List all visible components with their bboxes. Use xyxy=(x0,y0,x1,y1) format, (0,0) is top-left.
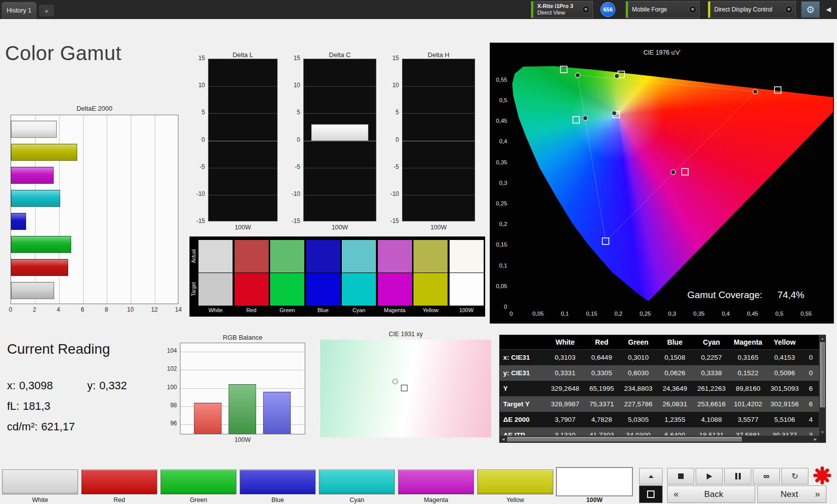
pattern-button-yellow[interactable] xyxy=(477,469,553,494)
play-button[interactable] xyxy=(696,468,723,484)
pattern-label-cyan: Cyan xyxy=(319,496,395,503)
pattern-label-yellow: Yellow xyxy=(477,496,553,503)
table-cell: 0,6030 xyxy=(620,369,657,377)
pause-button[interactable] xyxy=(724,468,751,484)
axis-tick-label: -5 xyxy=(199,163,205,170)
tab-history-1[interactable]: History 1 xyxy=(2,2,37,19)
scroll-left-icon[interactable]: ◀ xyxy=(500,436,507,442)
column-header: Cyan xyxy=(693,338,730,346)
scrollbar-thumb[interactable] xyxy=(820,342,825,407)
column-header: White xyxy=(547,338,583,346)
delta-gridline xyxy=(208,86,277,87)
pattern-button-red[interactable] xyxy=(81,469,157,494)
pattern-button-100w[interactable] xyxy=(556,467,633,496)
table-cell: 0,2257 xyxy=(693,354,730,361)
delta-gridline xyxy=(304,168,376,168)
reading-fl-value: 181,3 xyxy=(23,400,50,412)
scrollbar-thumb[interactable] xyxy=(507,437,742,441)
back-button[interactable]: « Back xyxy=(667,485,755,503)
table-cell: 227,5786 xyxy=(620,400,657,408)
axis-tick-label: -5 xyxy=(295,163,300,170)
pattern-button-magenta[interactable] xyxy=(398,469,474,494)
table-vertical-scrollbar[interactable]: ▲ ▼ xyxy=(819,335,825,435)
pattern-button-white[interactable] xyxy=(2,469,78,494)
axis-tick-label: 0,25 xyxy=(636,311,656,317)
axis-tick-label: -10 xyxy=(196,190,205,197)
axis-tick-label: 0 xyxy=(297,136,300,143)
axis-tick-label: 0,4 xyxy=(716,311,736,317)
collapse-panel-icon[interactable]: ◀ xyxy=(826,6,831,13)
row-label: y: CIE31 xyxy=(500,369,547,377)
scroll-right-icon[interactable]: ▶ xyxy=(812,436,819,442)
next-button[interactable]: Next » xyxy=(757,485,826,503)
swatch-actual-yellow xyxy=(413,240,448,273)
measurement-count-badge[interactable]: 656 xyxy=(600,2,615,17)
axis-tick-label: 10 xyxy=(294,82,300,89)
gamut-coverage-value: 74,4% xyxy=(777,290,804,300)
meter-text: X-Rite i1Pro 3 Direct View xyxy=(537,3,573,16)
pattern-button-green[interactable] xyxy=(160,469,237,494)
source-dropdown[interactable]: Mobile Forge xyxy=(625,1,700,18)
chevron-down-icon xyxy=(582,6,590,14)
table-cell: 5,0305 xyxy=(620,416,657,423)
reading-x: x:0,3098 xyxy=(7,379,53,392)
axis-tick-label: -15 xyxy=(292,217,300,224)
display-control-dropdown[interactable]: Direct Display Control xyxy=(708,1,796,18)
swatch-label: Blue xyxy=(306,307,340,313)
delta-gridline xyxy=(208,113,277,114)
axis-tick-label: 4 xyxy=(54,306,64,313)
table-header-row: WhiteRedGreenBlueCyanMagentaYellow xyxy=(500,335,819,350)
swatch-comparison-strip: Actual Target WhiteRedGreenBlueCyanMagen… xyxy=(189,236,485,317)
top-toolbar: History 1 + X-Rite i1Pro 3 Direct View 6… xyxy=(0,0,837,19)
rgb-bar-blue xyxy=(263,392,291,434)
reading-y-value: 0,332 xyxy=(99,379,127,392)
settings-button[interactable]: ⚙ xyxy=(801,1,820,18)
swatch-target-green xyxy=(270,273,304,306)
deltae-gridline xyxy=(107,115,107,304)
axis-tick-label: 14 xyxy=(173,306,183,313)
delta-gridline xyxy=(402,141,475,141)
swatch-actual-green xyxy=(270,240,304,273)
measurement-table: WhiteRedGreenBlueCyanMagentaYellowx: CIE… xyxy=(499,335,826,443)
delta-gridline xyxy=(304,86,376,87)
meter-dropdown[interactable]: X-Rite i1Pro 3 Direct View xyxy=(531,1,593,18)
pattern-button-cyan[interactable] xyxy=(319,469,395,494)
pattern-button-blue[interactable] xyxy=(240,469,316,494)
display-window-button[interactable] xyxy=(639,485,663,503)
rgb-balance-x-label: 100W xyxy=(180,436,305,443)
collapse-pattern-row-button[interactable] xyxy=(639,468,663,484)
target-marker-green xyxy=(560,66,567,73)
continuous-measure-button[interactable]: ∞ xyxy=(753,468,780,484)
add-tab-button[interactable]: + xyxy=(39,5,54,17)
gear-icon: ⚙ xyxy=(806,4,814,16)
table-horizontal-scrollbar[interactable]: ◀ ▶ xyxy=(500,435,819,442)
pattern-label-green: Green xyxy=(160,496,237,503)
scroll-up-icon[interactable]: ▲ xyxy=(819,335,825,342)
cie1976-panel: CIE 1976 u'v' 0,550,50,450,40,350,30,250… xyxy=(490,43,834,324)
target-marker-red xyxy=(774,87,781,93)
axis-tick-label: 0,55 xyxy=(496,77,507,83)
axis-tick-label: 0,2 xyxy=(499,221,507,227)
axis-tick-label: 10 xyxy=(125,306,135,313)
axis-tick-label: 0,35 xyxy=(496,159,507,165)
meter-name: X-Rite i1Pro 3 xyxy=(537,3,573,10)
axis-tick-label: 2 xyxy=(30,306,40,313)
current-reading-heading: Current Reading xyxy=(7,341,110,357)
scroll-down-icon[interactable]: ▼ xyxy=(819,429,825,435)
axis-tick-label: -5 xyxy=(393,163,399,170)
swatch-label: Magenta xyxy=(378,307,412,313)
stop-icon xyxy=(678,473,684,479)
refresh-button[interactable]: ↻ xyxy=(781,468,808,484)
rgb-bar-green xyxy=(229,384,256,434)
axis-tick-label: 0 xyxy=(201,136,205,143)
scrollbar-corner xyxy=(819,435,825,442)
axis-tick-label: 15 xyxy=(294,55,300,62)
column-header: Magenta xyxy=(730,338,766,346)
stop-button[interactable] xyxy=(667,468,694,484)
delta-h-x-label: 100W xyxy=(402,224,475,231)
target-marker-cyan xyxy=(573,117,579,123)
table-cell: 3,5577 xyxy=(730,416,766,423)
delta-gridline xyxy=(208,168,277,168)
deltae-chart-title: DeltaE 2000 xyxy=(11,105,178,112)
table-cell: 4,7828 xyxy=(583,416,620,423)
